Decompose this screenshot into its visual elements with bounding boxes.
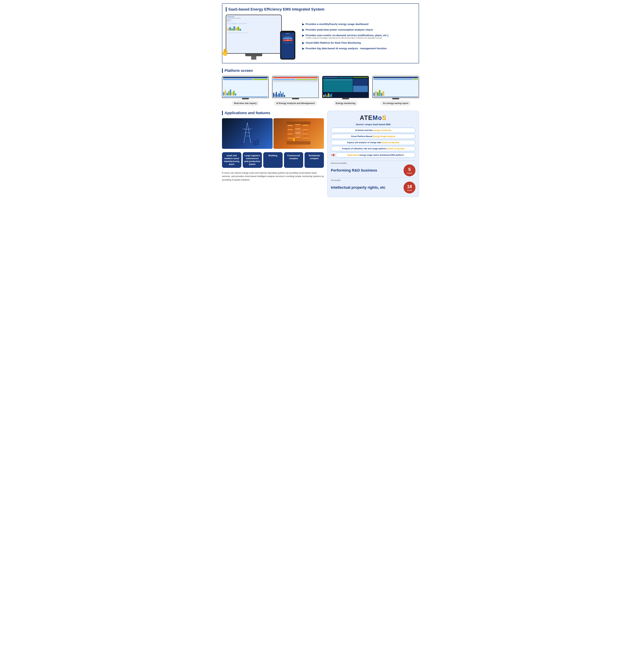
monitor-app-sublabel: Energy Management Platform — [227, 18, 280, 19]
atemos-logo-ate: ATE — [360, 114, 372, 121]
screen-row-1a — [223, 79, 268, 80]
section3-title: Applications and features — [222, 111, 324, 115]
category-small-manufacturing: small and medium-sized manufacturing pla… — [222, 152, 241, 168]
feature-item-2: ▶ Provides peak-time power consumption a… — [302, 28, 415, 31]
r-bar-5 — [381, 93, 382, 96]
screen-inner-3 — [323, 76, 369, 98]
feature-text-2: Provides peak-time power consumption ana… — [305, 28, 373, 31]
stat-title-1: Performing R&D business — [331, 168, 402, 173]
atemos-feature-1: AI-based real-time energy monitoring — [331, 128, 415, 133]
monitor-screen: e-Verse v1.0 Energy Management Platform … — [226, 15, 281, 53]
phone-login-btn[interactable]: Login — [283, 37, 292, 39]
atemos-box: ATEMoS Atemos' unique SaaS-based EMS AI-… — [327, 111, 419, 197]
line-chart-1 — [223, 96, 268, 97]
report-row-2 — [413, 79, 418, 80]
stat-label-2: Technicality — [331, 179, 415, 181]
svg-rect-9 — [236, 141, 240, 145]
bar-1 — [223, 92, 224, 95]
arrow-right-icon: ➜ — [331, 152, 335, 158]
vbar-2d — [277, 94, 278, 97]
report-line — [373, 97, 418, 97]
section2-title-text: Platform screen — [224, 68, 253, 73]
cat-label-2: Building — [269, 154, 277, 157]
phone-app-label: E-Verse — [286, 33, 290, 34]
bar-5 — [230, 90, 231, 95]
phone-register-btn[interactable]: Register — [283, 39, 292, 41]
electric-tower-image — [222, 118, 273, 149]
screen-monitor-4 — [372, 76, 419, 98]
screen-card-4: An energy-saving report — [372, 76, 419, 106]
atemos-feature-5: SaaS-based energy usage status dashboard… — [336, 152, 415, 158]
monitor-app-label: e-Verse v1.0 — [227, 16, 280, 17]
svg-rect-30 — [293, 138, 295, 141]
warehouse-visual — [273, 118, 324, 149]
cat-label-1: Large logistics warehouses and productio… — [244, 154, 260, 165]
atemos-feature-2: Cloud Platform-Based Energy Usage Analys… — [331, 134, 415, 139]
screen-cell-1a — [223, 79, 253, 80]
screen-base-4 — [392, 98, 399, 99]
app-categories: small and medium-sized manufacturing pla… — [222, 152, 324, 168]
svg-rect-12 — [257, 139, 259, 145]
vbar-2f — [280, 91, 281, 97]
vbar-2h — [283, 92, 284, 97]
vbar-2b — [274, 94, 275, 97]
screen-inner-4 — [373, 76, 419, 98]
svg-rect-29 — [287, 141, 311, 145]
arrow-icon-5: ▶ — [302, 47, 304, 50]
atemos-feature-4: Analysis of utilization rate and usage p… — [331, 146, 415, 151]
monitor-container: e-Verse v1.0 Energy Management Platform … — [226, 15, 282, 59]
atemos-logo-s: S — [382, 114, 386, 121]
screen-card-3: Energy monitoring — [322, 76, 369, 106]
platform-screens-container: Real-time rate inquiry — [222, 76, 419, 106]
m-bar-2 — [325, 94, 326, 97]
svg-rect-15 — [288, 125, 292, 126]
vbar-2c — [276, 92, 277, 97]
section2-title: Platform screen — [222, 68, 419, 73]
screen-header-3b — [338, 77, 353, 78]
screen-base-3 — [342, 98, 349, 99]
screen-data-row-2c — [273, 81, 318, 81]
atemos-feature-3: Inquiry and analysis of charge data base… — [331, 140, 415, 145]
bar-7 — [233, 91, 234, 95]
hand-icon: 🤚 — [221, 48, 229, 56]
feature-text-3: Provides user-centric on-demand services… — [305, 33, 388, 37]
feature-item-5: ▶ Provides big data-based AI energy anal… — [302, 46, 415, 50]
screen-label-2: AI Energy Analysis and Management — [274, 101, 317, 106]
atemos-feature-5-text: SaaS-based energy usage status dashboard… — [347, 154, 404, 156]
feature-text-5: Provides big data-based AI energy analys… — [305, 46, 386, 50]
svg-rect-13 — [287, 122, 311, 124]
screen-data-row-2e — [288, 82, 303, 82]
vbar-2a — [273, 93, 274, 97]
stat-badge-2: 18 Cases — [404, 182, 415, 193]
screen-data-row-2b — [296, 79, 318, 80]
atemos-feature-4-text: Analysis of utilization rate and usage p… — [342, 147, 404, 150]
screen-cell-1b — [253, 79, 268, 80]
arrow-icon-1: ▶ — [302, 23, 304, 26]
section3-main: Applications and features — [222, 111, 419, 197]
stat-badge-1: 5 Cases — [404, 164, 415, 176]
r-bar-6 — [383, 91, 384, 96]
feature-sub-3: ※ When using text messages, all expenses… — [305, 37, 388, 39]
vbar-2g — [281, 94, 282, 97]
stat-row-1: Business feasibility Performing R&D busi… — [331, 161, 415, 176]
screen-monitor-2 — [272, 76, 319, 98]
feature-item-4: ▶ Cloud EMS Platform for Real-Time Monit… — [302, 41, 415, 44]
bar-8 — [235, 93, 236, 95]
atemos-feature-2-text: Cloud Platform-Based Energy Usage Analys… — [351, 135, 395, 138]
section1-title-text: SaaS-based Energy Efficiency EMS Integra… — [228, 7, 324, 12]
teal-line-2 — [324, 80, 352, 80]
app-images — [222, 118, 324, 149]
screen-header-3a — [323, 77, 338, 78]
r-bar-4 — [379, 90, 380, 96]
screen-data-row-2d — [273, 82, 288, 82]
report-row-1 — [373, 79, 412, 80]
atemos-logo-mo: Mo — [373, 114, 382, 121]
phone-device: E-Verse Remember Me? Login Register ©202… — [280, 31, 295, 59]
atemos-stats: Business feasibility Performing R&D busi… — [331, 161, 415, 193]
svg-rect-28 — [303, 138, 308, 139]
electric-tower-visual — [222, 118, 273, 149]
svg-rect-25 — [303, 125, 308, 126]
section3-title-text: Applications and features — [224, 111, 270, 115]
stat-count-2: 18 — [407, 184, 412, 189]
screen-monitor-1 — [222, 76, 269, 98]
